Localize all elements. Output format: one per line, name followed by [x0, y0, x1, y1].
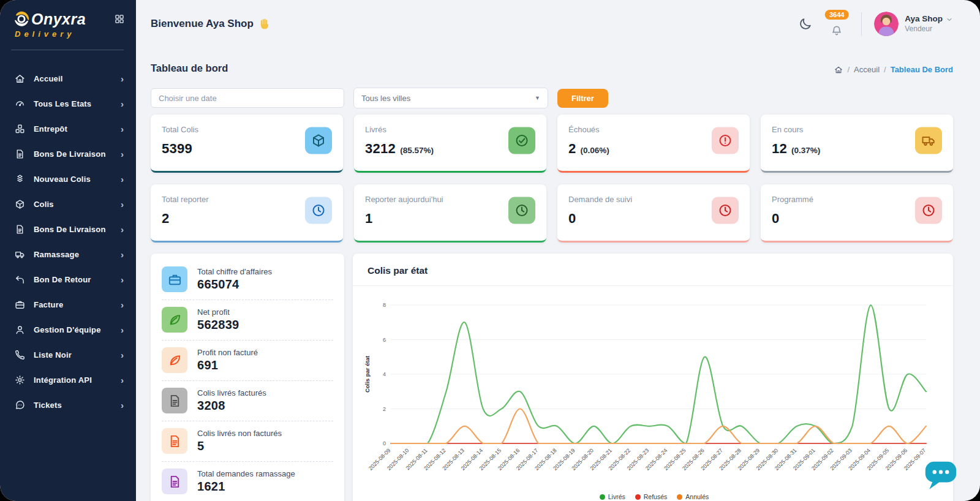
gauge-icon: [15, 99, 25, 109]
svg-text:0: 0: [383, 440, 386, 446]
sidebar-item-colis[interactable]: Colis›: [0, 192, 136, 217]
stat-card-programme: Programmé0: [761, 184, 953, 243]
sidebar-item-entrepot[interactable]: Entrepôt›: [0, 116, 136, 141]
finance-stat-value: 1621: [197, 480, 295, 494]
sidebar-collapse-grid-icon[interactable]: [114, 13, 125, 24]
chevron-right-icon: ›: [121, 175, 124, 184]
dark-mode-moon-icon[interactable]: [799, 17, 812, 31]
truck-icon: [15, 249, 25, 260]
stat-card-echoues: Échoués2(0.06%): [557, 115, 750, 173]
finance-stat-value: 691: [197, 358, 258, 372]
stat-card-percent: (85.57%): [400, 146, 434, 155]
finance-stat-value: 665074: [197, 277, 272, 292]
stat-card-total-reporter: Total reporter2: [151, 184, 343, 243]
breadcrumb-item-accueil[interactable]: Acceuil: [854, 65, 880, 74]
chevron-right-icon: ›: [121, 401, 124, 410]
sidebar-item-integration-api[interactable]: Intégration API›: [0, 367, 136, 393]
sidebar-item-gestion-d-equipe[interactable]: Gestion D'équipe›: [0, 317, 136, 342]
stat-cards-grid: Total Colis5399Livrés3212(85.57%)Échoués…: [151, 115, 953, 243]
user-name: Aya Shop: [905, 14, 943, 24]
select-caret-icon: ▼: [535, 95, 540, 101]
stat-card-value: 2: [568, 141, 576, 157]
sidebar: Onyxra Delivery Accueil›Tous Les Etats›E…: [0, 0, 136, 501]
sidebar-item-bons-de-livraison[interactable]: Bons De Livraison›: [0, 217, 136, 242]
topbar-separator: [861, 12, 862, 36]
briefcase-icon: [15, 299, 25, 310]
colis-par-etat-chart: 02468Colis par état2025-08-092025-08-102…: [361, 295, 932, 489]
stat-card-value: 0: [568, 211, 576, 227]
document-icon: [162, 428, 187, 454]
sidebar-item-liste-noir[interactable]: Liste Noir›: [0, 342, 136, 367]
sidebar-item-facture[interactable]: Facture›: [0, 292, 136, 317]
sidebar-item-label: Tickets: [34, 401, 62, 410]
svg-text:6: 6: [383, 337, 386, 343]
brand-logo[interactable]: Onyxra Delivery: [12, 10, 86, 39]
clock-icon: [915, 197, 942, 224]
sidebar-item-ramassage[interactable]: Ramassage›: [0, 242, 136, 267]
svg-text:Colis par état: Colis par état: [364, 355, 371, 393]
sidebar-item-bon-de-retour[interactable]: Bon De Retour›: [0, 267, 136, 292]
svg-text:4: 4: [383, 371, 386, 377]
bell-icon: [831, 24, 843, 37]
sidebar-item-label: Entrepôt: [34, 124, 67, 134]
stat-card-percent: (0.37%): [791, 146, 820, 155]
sidebar-item-label: Accueil: [34, 74, 63, 83]
chat-widget-button[interactable]: [924, 461, 958, 491]
notification-count-badge: 3644: [825, 10, 848, 20]
legend-label: Livrés: [608, 493, 625, 500]
sidebar-menu: Accueil›Tous Les Etats›Entrepôt›Bons De …: [0, 66, 136, 418]
chat-icon: [15, 400, 25, 410]
waving-hand-icon: [258, 18, 271, 30]
stat-card-value: 12: [772, 141, 787, 157]
phone-icon: [15, 350, 25, 360]
sidebar-item-label: Intégration API: [34, 375, 92, 385]
sidebar-item-accueil[interactable]: Accueil›: [0, 66, 136, 91]
gear-icon: [15, 375, 25, 385]
sidebar-item-label: Tous Les Etats: [34, 99, 91, 108]
avatar: [874, 12, 899, 36]
alert-circle-icon: [712, 127, 739, 154]
document-icon: [162, 388, 187, 413]
truck-icon: [915, 127, 942, 154]
legend-dot: [677, 494, 682, 500]
welcome-heading: Bienvenue Aya Shop: [151, 18, 271, 30]
chevron-right-icon: ›: [121, 275, 124, 284]
clock-icon: [508, 197, 535, 224]
sidebar-item-label: Bon De Retour: [34, 275, 91, 284]
finance-stat-total-demandes-ramassage: Total demandes ramassage1621: [162, 462, 333, 501]
stat-card-value: 3212: [365, 141, 396, 157]
breadcrumb-home-icon[interactable]: [834, 66, 843, 74]
topbar: Bienvenue Aya Shop 3644: [151, 0, 953, 38]
sidebar-item-bons-de-livraison[interactable]: Bons De Livraison›: [0, 141, 136, 167]
sidebar-item-nouveau-colis[interactable]: Nouveau Colis›: [0, 167, 136, 192]
city-select[interactable]: Tous les villes ▼: [353, 88, 548, 108]
main-content: Bienvenue Aya Shop 3644: [136, 0, 980, 501]
sidebar-item-tous-les-etats[interactable]: Tous Les Etats›: [0, 91, 136, 116]
chevron-right-icon: ›: [121, 225, 124, 234]
sidebar-item-label: Facture: [34, 300, 63, 309]
legend-dot: [635, 494, 641, 500]
return-arrow-icon: [15, 274, 25, 285]
filter-button[interactable]: Filtrer: [557, 89, 608, 108]
chevron-right-icon: ›: [121, 99, 124, 108]
stat-card-value: 1: [365, 211, 373, 227]
legend-item-annules[interactable]: Annulés: [677, 493, 709, 500]
user-menu[interactable]: Aya Shop Vendeur: [874, 12, 953, 36]
legend-item-livres[interactable]: Livrés: [600, 493, 625, 500]
sidebar-item-tickets[interactable]: Tickets›: [0, 393, 136, 418]
date-picker-input[interactable]: [151, 88, 344, 108]
legend-item-refuses[interactable]: Refusés: [635, 493, 668, 500]
finance-stat-profit-non-facture: Profit non facturé691: [162, 341, 333, 381]
page-title: Tableau de bord: [151, 62, 228, 74]
cube-icon: [305, 127, 332, 154]
sidebar-item-label: Bons De Livraison: [34, 149, 106, 159]
notifications-button[interactable]: 3644: [824, 10, 849, 38]
breadcrumb-current: Tableau De Bord: [891, 65, 953, 74]
brand-o-swirl-icon: [12, 10, 31, 28]
leaf-icon: [162, 347, 187, 373]
stat-card-value: 2: [162, 211, 170, 227]
legend-label: Annulés: [685, 493, 709, 500]
legend-label: Refusés: [644, 493, 668, 500]
stat-card-livres: Livrés3212(85.57%): [354, 115, 546, 173]
sidebar-item-label: Ramassage: [34, 250, 79, 259]
